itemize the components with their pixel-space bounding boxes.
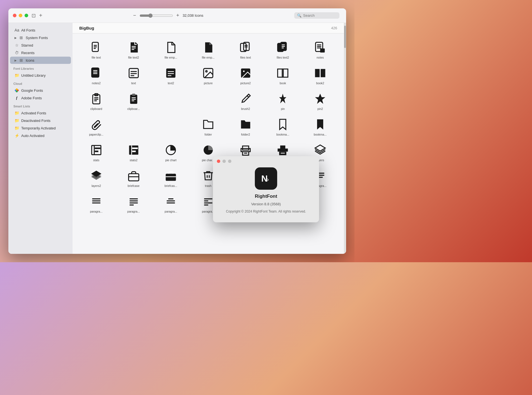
icon-folder2-label: folder2 <box>241 133 250 136</box>
icon-notes-label: notes <box>317 56 324 59</box>
icon-picture2[interactable]: picture2 <box>227 64 264 87</box>
icon-file-text-label: file text <box>92 56 101 59</box>
sidebar-item-deactivated-fonts[interactable]: 📁 Deactivated Fonts <box>10 117 71 124</box>
sidebar: Aa All Fonts ▶ ⊞ System Fonts ☆ Starred … <box>8 23 73 254</box>
icon-paragraph3[interactable]: paragra... <box>78 192 114 215</box>
svg-rect-25 <box>92 68 99 77</box>
modal-titlebar <box>213 156 319 165</box>
layers-icon <box>313 143 327 157</box>
minimize-button[interactable] <box>19 14 22 17</box>
zoom-plus-button[interactable]: + <box>176 13 179 18</box>
icon-pin[interactable]: pin <box>265 89 301 113</box>
icon-book[interactable]: book <box>265 64 301 87</box>
pie-chart-icon <box>164 143 178 157</box>
zoom-slider[interactable] <box>140 13 173 18</box>
sidebar-item-recents[interactable]: ⏱ Recents <box>10 49 71 56</box>
titlebar: ⊡ + − + 32,038 Icons 🔍 <box>8 8 346 23</box>
icon-stats2[interactable]: stats2 <box>116 141 152 164</box>
icon-file-emp2[interactable]: file emp... <box>190 38 226 61</box>
sidebar-item-starred[interactable]: ☆ Starred <box>10 42 71 49</box>
sidebar-item-activated-fonts[interactable]: 📁 Activated Fonts <box>10 109 71 117</box>
icon-file-emp1[interactable]: file emp... <box>153 38 189 61</box>
svg-rect-62 <box>132 151 136 152</box>
sidebar-label-activated-fonts: Activated Fonts <box>21 111 46 115</box>
sidebar-label-untitled-library: Untitled Library <box>21 73 45 78</box>
sidebar-item-google-fonts[interactable]: Google Fonts <box>10 87 71 94</box>
sidebar-item-temporarily-activated[interactable]: 📁 Temporarily Activated <box>10 124 71 132</box>
sidebar-toggle-button[interactable]: ⊡ <box>32 13 36 19</box>
google-fonts-icon <box>15 88 19 93</box>
icon-book2-label: book2 <box>316 81 324 85</box>
icon-brush2[interactable]: brush2 <box>227 89 264 113</box>
icon-file-emp1-label: file emp... <box>165 56 178 59</box>
icon-text[interactable]: text <box>116 64 152 87</box>
svg-marker-54 <box>315 94 325 104</box>
modal-maximize-button[interactable] <box>228 160 231 163</box>
icon-clipboard[interactable]: clipboard <box>78 89 114 113</box>
icon-file-text2[interactable]: file text2 <box>116 38 152 61</box>
icon-file-text[interactable]: file text <box>78 38 114 61</box>
svg-rect-61 <box>132 148 138 149</box>
file-text-icon <box>90 41 103 54</box>
sidebar-item-system-fonts[interactable]: ▶ ⊞ System Fonts <box>10 34 71 41</box>
star-icon: ☆ <box>15 43 19 47</box>
icon-stats[interactable]: stats <box>78 141 114 164</box>
icon-folder2[interactable]: folder2 <box>227 115 264 138</box>
sidebar-item-untitled-library[interactable]: 📁 Untitled Library <box>10 72 71 79</box>
add-button[interactable]: + <box>39 12 42 19</box>
icon-pie-chart[interactable]: pie chart <box>153 141 189 164</box>
icon-files-text-label: files text <box>240 56 251 59</box>
book2-icon <box>313 66 327 80</box>
icon-text2[interactable]: text2 <box>153 64 189 87</box>
icon-picture-label: picture <box>204 81 213 85</box>
icon-bookmark[interactable]: bookma... <box>265 115 301 138</box>
icon-picture[interactable]: picture <box>190 64 226 87</box>
cloud-section: Cloud <box>8 79 73 86</box>
icon-pin2[interactable]: pin2 <box>302 89 338 113</box>
icon-trash-label: trash <box>205 184 211 187</box>
icon-paragraph4[interactable]: paragra... <box>116 192 152 215</box>
icon-clipboard-label: clipboard <box>90 107 102 110</box>
icon-folder[interactable]: folder <box>190 115 226 138</box>
icon-bookmark2[interactable]: bookma... <box>302 115 338 138</box>
svg-rect-33 <box>166 69 176 78</box>
sidebar-item-icons[interactable]: ▶ ⊞ Icons <box>10 57 71 64</box>
sidebar-item-auto-activated[interactable]: ⚡ Auto Activated <box>10 132 71 139</box>
modal-content: N › RightFont Version 8.8 (3568) Copyrig… <box>213 165 319 222</box>
icon-briefcase[interactable]: briefcase <box>116 166 152 190</box>
icon-clipboard2[interactable]: clipboar... <box>116 89 152 113</box>
icon-files-text2[interactable]: files text2 <box>265 38 301 61</box>
svg-line-53 <box>247 96 249 97</box>
icon-paperclip[interactable]: paperclip... <box>78 115 114 138</box>
sidebar-label-starred: Starred <box>21 43 33 47</box>
icon-paragraph5-label: paragra... <box>165 210 177 213</box>
sidebar-item-adobe-fonts[interactable]: f Adobe Fonts <box>10 94 71 102</box>
search-box[interactable]: 🔍 <box>294 12 339 19</box>
icon-layers2[interactable]: layers2 <box>78 166 114 190</box>
icon-paragraph5[interactable]: paragra... <box>153 192 189 215</box>
scrollbar-track[interactable] <box>344 23 346 254</box>
icon-empty4 <box>153 115 189 138</box>
modal-minimize-button[interactable] <box>222 160 226 163</box>
pie-chart2-icon <box>202 143 215 157</box>
stats2-icon <box>127 143 140 157</box>
maximize-button[interactable] <box>25 14 28 17</box>
about-modal[interactable]: N › RightFont Version 8.8 (3568) Copyrig… <box>213 156 319 222</box>
modal-close-button[interactable] <box>217 160 220 163</box>
icon-book2[interactable]: book2 <box>302 64 338 87</box>
icon-notes[interactable]: notes <box>302 38 338 61</box>
icon-briefcase2[interactable]: briefcas... <box>153 166 189 190</box>
icon-notes2[interactable]: notes2 <box>78 64 114 87</box>
sidebar-label-icons: Icons <box>26 58 34 62</box>
sidebar-item-all-fonts[interactable]: Aa All Fonts <box>10 27 71 34</box>
zoom-minus-button[interactable]: − <box>133 13 136 18</box>
scrollbar-thumb[interactable] <box>344 26 346 48</box>
svg-rect-49 <box>132 94 135 96</box>
temporarily-activated-icon: 📁 <box>15 126 19 130</box>
file-emp2-icon <box>202 41 215 54</box>
icon-files-text[interactable]: files text <box>227 38 264 61</box>
close-button[interactable] <box>13 14 16 17</box>
search-input[interactable] <box>303 13 337 18</box>
brush2-icon <box>239 92 252 105</box>
sidebar-label-adobe-fonts: Adobe Fonts <box>21 96 42 100</box>
